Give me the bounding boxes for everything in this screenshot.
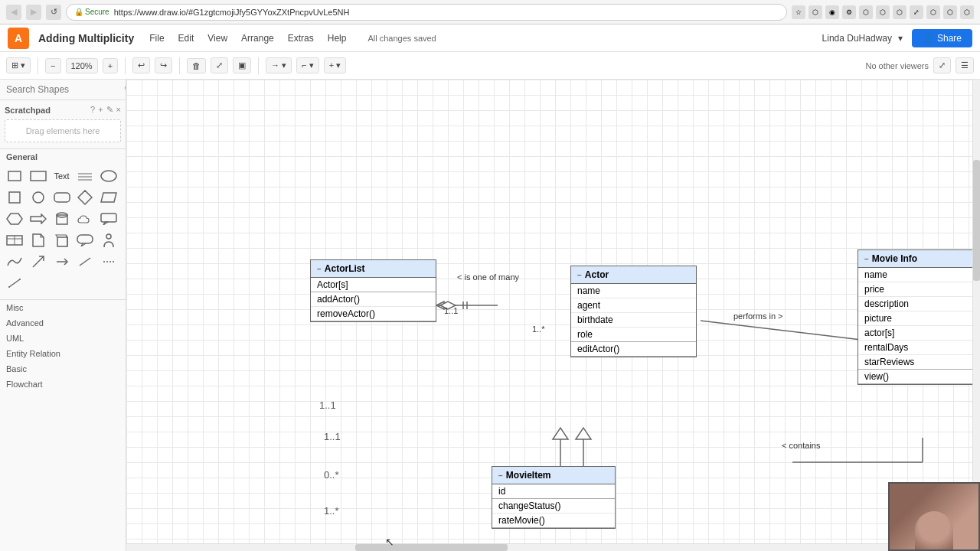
panel-toggle[interactable]: ☰ — [956, 57, 974, 73]
fullscreen-icon[interactable]: ⤢ — [910, 5, 923, 19]
ext1-icon[interactable]: ⬡ — [808, 5, 822, 19]
shape-cylinder[interactable] — [52, 209, 72, 229]
svg-line-28 — [80, 258, 90, 266]
ext7-icon[interactable]: ⬡ — [943, 5, 957, 19]
shape-rect-outline[interactable] — [28, 166, 48, 186]
search-box: 🔍 — [0, 80, 126, 100]
svg-marker-11 — [7, 214, 22, 224]
toolbar: ⊞ ▾ − 120% + ↩ ↪ 🗑 ⤢ ▣ → ▾ ⌐ ▾ + ▾ No ot… — [0, 52, 980, 80]
scratchpad-edit-icon[interactable]: ✎ — [106, 105, 113, 115]
vertical-scrollbar[interactable] — [972, 80, 980, 482]
sidebar-category-advanced[interactable]: Advanced — [0, 315, 126, 331]
menu-view[interactable]: View — [201, 31, 234, 46]
horizontal-scrollbar[interactable] — [126, 543, 888, 551]
menu-arrange[interactable]: Arrange — [235, 31, 280, 46]
shape-arrow-right-2[interactable] — [52, 252, 72, 272]
waypoint-button[interactable]: ⌐ ▾ — [296, 57, 318, 73]
movieinfo-box[interactable]: − Movie Info name price description pict… — [858, 249, 980, 385]
sidebar-category-uml[interactable]: UML — [0, 331, 126, 346]
shape-vert-line[interactable] — [5, 273, 24, 293]
browser-icons: ☆ ⬡ ◉ ⚙ ⬡ ⬡ ⬡ ⤢ ⬡ ⬡ ⬡ — [792, 5, 974, 19]
shape-table[interactable] — [5, 230, 24, 250]
zoom-level-display[interactable]: 120% — [66, 58, 98, 73]
shape-dashed-line[interactable] — [99, 252, 119, 272]
undo-button[interactable]: ↩ — [132, 57, 150, 73]
shape-circle[interactable] — [28, 187, 48, 207]
ext8-icon[interactable]: ⬡ — [960, 5, 974, 19]
shape-speech-bubble[interactable] — [75, 230, 95, 250]
actor-minimize-icon[interactable]: − — [577, 271, 582, 279]
menu-help[interactable]: Help — [322, 31, 353, 46]
shape-person[interactable] — [99, 230, 119, 250]
menu-file[interactable]: File — [143, 31, 170, 46]
ext4-icon[interactable]: ⬡ — [876, 5, 890, 19]
redo-button[interactable]: ↪ — [155, 57, 172, 73]
ext6-icon[interactable]: ⬡ — [926, 5, 940, 19]
shape-lines[interactable] — [75, 166, 95, 186]
to-front-button[interactable]: ⤢ — [211, 57, 228, 73]
fullscreen-toggle[interactable]: ⤢ — [933, 57, 951, 73]
shape-callout[interactable] — [99, 209, 119, 229]
movieinfo-attr-5: rentalDays — [858, 341, 979, 355]
to-back-button[interactable]: ▣ — [233, 57, 251, 73]
menu-extras[interactable]: Extras — [282, 31, 320, 46]
insert-button[interactable]: + ▾ — [324, 57, 346, 73]
url-text: https://www.draw.io/#G1zgtcmojiJfy5GYYox… — [114, 8, 350, 17]
shape-arrow-right[interactable] — [28, 209, 48, 229]
actorlist-minimize-icon[interactable]: − — [317, 265, 322, 273]
svg-marker-9 — [78, 191, 92, 204]
sidebar-category-basic[interactable]: Basic — [0, 361, 126, 377]
ext2-icon[interactable]: ◉ — [825, 5, 839, 19]
view-toggle-button[interactable]: ⊞ ▾ — [6, 57, 31, 73]
delete-button[interactable]: 🗑 — [187, 58, 206, 73]
shape-square-outline[interactable] — [5, 166, 24, 186]
zoom-in-button[interactable]: + — [103, 58, 118, 73]
actor-attr-1: agent — [571, 298, 696, 313]
shape-ellipse[interactable] — [99, 166, 119, 186]
shape-cloud[interactable] — [75, 209, 95, 229]
connection-style-button[interactable]: → ▾ — [266, 57, 292, 73]
star-icon[interactable]: ☆ — [792, 5, 805, 19]
ext3-icon[interactable]: ⬡ — [859, 5, 873, 19]
ext5-icon[interactable]: ⬡ — [893, 5, 906, 19]
url-bar[interactable]: 🔒 Secure https://www.draw.io/#G1zgtcmoji… — [66, 4, 787, 21]
sidebar-category-misc[interactable]: Misc — [0, 300, 126, 315]
shape-line[interactable] — [75, 252, 95, 272]
forward-button[interactable]: ▶ — [26, 5, 41, 20]
scratchpad-add-icon[interactable]: + — [98, 105, 103, 115]
shape-box-3d[interactable] — [52, 230, 72, 250]
movieinfo-attr-1: price — [858, 282, 979, 297]
svg-marker-10 — [101, 193, 116, 202]
canvas-area[interactable]: − ActorList Actor[s] addActor() removeAc… — [126, 80, 980, 551]
search-input[interactable] — [6, 84, 121, 95]
shape-rect-rounded[interactable] — [52, 187, 72, 207]
actor-box[interactable]: − Actor name agent birthdate role editAc… — [570, 266, 697, 357]
shape-page[interactable] — [28, 230, 48, 250]
h-scroll-thumb[interactable] — [355, 544, 508, 551]
menu-edit[interactable]: Edit — [172, 31, 201, 46]
share-button[interactable]: 👤 Share — [912, 29, 972, 47]
shape-arrow-up-right[interactable] — [28, 252, 48, 272]
user-dropdown-icon[interactable]: ▾ — [898, 33, 903, 44]
scratchpad-help-icon[interactable]: ? — [90, 105, 95, 115]
back-button[interactable]: ◀ — [6, 5, 21, 20]
shape-parallelogram[interactable] — [99, 187, 119, 207]
shape-hexagon[interactable] — [5, 209, 24, 229]
movieinfo-minimize-icon[interactable]: − — [864, 255, 869, 263]
actor-title: Actor — [585, 269, 609, 280]
scratchpad-close-icon[interactable]: × — [116, 105, 121, 115]
v-scroll-thumb[interactable] — [973, 160, 980, 281]
shape-curve[interactable] — [5, 252, 24, 272]
movieitem-minimize-icon[interactable]: − — [498, 471, 503, 480]
movieitem-box[interactable]: − MovieItem id changeStatus() rateMovie(… — [492, 466, 616, 529]
toolbar-sep-1 — [38, 57, 38, 74]
settings-icon[interactable]: ⚙ — [842, 5, 856, 19]
actorlist-box[interactable]: − ActorList Actor[s] addActor() removeAc… — [310, 259, 436, 322]
zoom-out-button[interactable]: − — [45, 58, 60, 73]
shape-diamond[interactable] — [75, 187, 95, 207]
shape-text[interactable]: Text — [52, 166, 72, 186]
sidebar-category-entity-relation[interactable]: Entity Relation — [0, 346, 126, 361]
shape-square-fill[interactable] — [5, 187, 24, 207]
refresh-button[interactable]: ↺ — [46, 5, 61, 20]
sidebar-category-flowchart[interactable]: Flowchart — [0, 377, 126, 392]
